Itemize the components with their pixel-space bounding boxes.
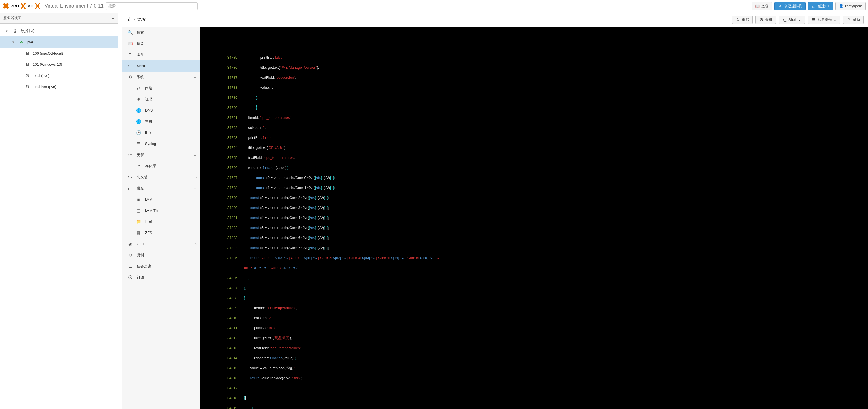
certificate-icon: ✸ [136,96,141,102]
code-token: printBar: [244,55,275,60]
nav-dns[interactable]: 🌐DNS [122,105,200,116]
code-token: +)Â/) [316,226,324,230]
shell-button-label: Shell [788,18,797,22]
nav-task-history[interactable]: ☰任务历史 [122,261,200,272]
code-token: , [290,115,292,120]
nav-search[interactable]: 🔍搜索 [122,27,200,38]
code-line: 34812 title: gettext('硬盘温度'), [207,333,861,343]
code-token: textField: [244,155,264,160]
shell-terminal[interactable]: 34785 printBar: false,34786 title: gette… [200,27,868,409]
nav-label: 存储库 [145,164,156,169]
nav-syslog[interactable]: ☰Syslog [122,138,200,149]
line-number: 34793 [207,133,238,143]
code-token: c5 = value.match(/Core 5.*?\+( [259,226,309,230]
code-token: | Core 1: [288,256,304,260]
help-button[interactable]: ?帮助 [843,16,864,24]
list-alt-icon: ☰ [127,263,133,269]
nav-replication[interactable]: ⟲复制 [122,250,200,261]
line-number: 34787 [207,72,238,83]
globe-icon: 🌐 [136,119,141,124]
nav-updates[interactable]: ⟳更新⌄ [122,149,200,160]
nav-shell[interactable]: ›_Shell [122,60,200,71]
nav-time[interactable]: 🕒时间 [122,127,200,138]
user-menu-button[interactable]: 👤root@pam [835,2,866,10]
tree-vm-100[interactable]: 🖥100 (macOS-local) [0,48,118,59]
code-token: +)Â/) [316,246,324,250]
line-number: 34808 [207,293,238,303]
shutdown-button[interactable]: ⏻关机 [755,16,776,24]
code-line: 34800 const c3 = value.match(/Core 3.*?\… [207,203,861,213]
code-token: c7 = value.match(/Core 7.*?\+( [259,246,309,250]
code-token: , [294,155,296,160]
line-number: 34794 [207,143,238,153]
code-token: textField: [244,346,270,350]
code-line: 34785 printBar: false, [207,53,861,63]
desktop-icon: 🖥 [778,4,782,8]
code-token: ] [244,406,253,409]
line-number: 34800 [207,203,238,213]
docs-label: 文档 [761,4,769,9]
bulk-dropdown-button[interactable]: ☰批量操作 ⌄ [808,16,840,24]
tree-view-selector[interactable]: 服务器视图 ⌄ [0,12,118,24]
nav-lvm-thin[interactable]: ▢LVM-Thin [122,205,200,216]
nav-hosts[interactable]: 🌐主机 [122,116,200,127]
nav-summary[interactable]: 📖概要 [122,38,200,49]
nav-zfs[interactable]: ▦ZFS [122,227,200,238]
create-ct-button[interactable]: ⬚创建CT [808,2,833,10]
nav-notes[interactable]: 🗒备注 [122,49,200,60]
code-token: function [270,356,282,360]
code-line: 34805 return `Core 0: ${c0} °C | Core 1:… [207,253,861,263]
code-token: , [301,346,302,350]
code-token: ${c4} °C [391,256,405,260]
create-vm-button[interactable]: 🖥创建虚拟机 [774,2,806,10]
code-token: return [244,376,260,380]
code-token: title: gettext( [244,146,268,150]
docs-button[interactable]: 📖文档 [751,2,772,10]
nav-lvm[interactable]: ■LVM [122,194,200,205]
bars-icon: ☰ [811,18,816,22]
exchange-icon: ⇄ [136,85,141,91]
line-number: 34815 [207,363,238,373]
nav-label: 订阅 [137,275,144,280]
tree-label: local-lvm (pve) [33,85,56,89]
node-online-icon: 🖧 [19,39,25,45]
code-token: ; [328,246,329,250]
nav-ceph[interactable]: ◉Ceph› [122,238,200,250]
code-token: const [244,226,259,230]
nav-firewall[interactable]: 🛡防火墙› [122,172,200,183]
code-token: c6 = value.match(/Core 6.*?\+( [259,236,309,240]
code-line: 34818} [207,393,861,403]
line-number: 34810 [207,313,238,323]
code-token [245,396,246,400]
tree-view-label: 服务器视图 [3,16,22,21]
line-number: 34819 [207,403,238,409]
code-line: 34809 itemId: 'hdd-temperatures', [207,303,861,313]
nav-dir[interactable]: 📁目录 [122,216,200,227]
nav-subscription[interactable]: ⦿订阅 [122,272,200,283]
code-token: , [245,286,246,290]
tree-vm-101[interactable]: 🖥101 (Windows-10) [0,59,118,70]
nav-network[interactable]: ⇄网络 [122,83,200,94]
nav-repos[interactable]: 🗂存储库 [122,160,200,172]
chevron-right-icon: › [195,242,196,246]
chevron-down-icon: ⌄ [193,186,196,190]
nav-certs[interactable]: ✸证书 [122,94,200,105]
code-token: colspan: [244,316,269,320]
code-token: ${c5} °C [420,256,433,260]
nav-label: 主机 [145,119,152,124]
tree-storage-local[interactable]: ⛁local (pve) [0,70,118,81]
reboot-label: 重启 [742,17,749,22]
nav-system[interactable]: ⚙系统⌄ [122,71,200,83]
nav-disks[interactable]: 🖴磁盘⌄ [122,183,200,194]
global-search-input[interactable]: 搜索 [106,2,198,10]
code-token: 1 [331,185,333,190]
logo-x-icon: ✖ [2,1,9,11]
tree-node-pve[interactable]: ▾🖧pve [0,36,118,48]
tree-node-datacenter[interactable]: ▾🗄数据中心 [0,25,118,36]
database-icon: ⛁ [25,72,30,78]
tree-storage-local-lvm[interactable]: ⛁local-lvm (pve) [0,81,118,92]
nav-label: 证书 [145,97,152,102]
code-line: 34810 colspan: 2, [207,313,861,323]
shell-dropdown-button[interactable]: ›_Shell ⌄ [779,16,805,24]
reboot-button[interactable]: ↻重启 [732,16,753,24]
